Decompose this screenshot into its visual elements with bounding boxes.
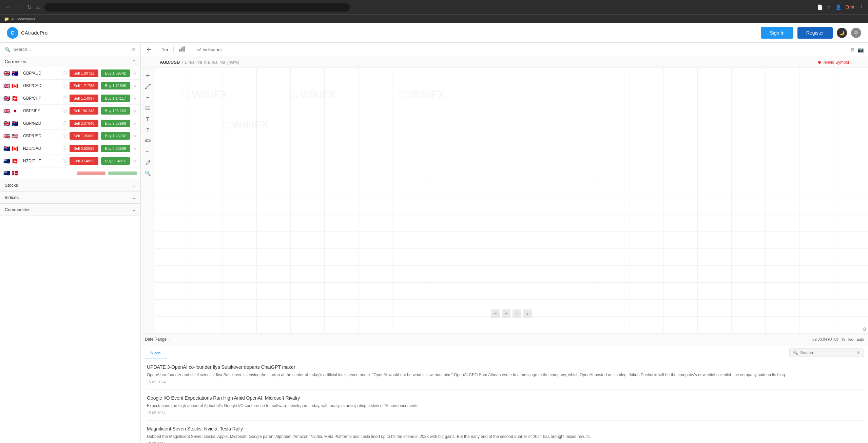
news-title-1[interactable]: UPDATE 3-OpenAI co-founder Ilya Sutskeve…	[147, 364, 862, 370]
news-tab[interactable]: News	[145, 347, 167, 359]
invalid-symbol-badge: Invalid Symbol	[818, 60, 849, 65]
measure-tool[interactable]	[143, 136, 153, 146]
svg-point-4	[145, 88, 147, 89]
star-icon-gbpcad[interactable]: ★	[133, 83, 137, 89]
buy-button-gbpchf[interactable]: Buy 1.14117	[101, 95, 130, 102]
settings-toggle-button[interactable]: ⚙	[851, 28, 861, 38]
news-title-3[interactable]: Magnificent Seven Stocks: Nvidia, Tesla …	[147, 426, 862, 431]
profile-icon[interactable]: 👤	[835, 4, 841, 10]
buy-button-gbpcad[interactable]: Buy 1.71808	[101, 82, 130, 89]
svg-rect-0	[179, 49, 180, 52]
indices-section-label: Indices	[5, 195, 132, 200]
zoom-in-button[interactable]: +	[502, 309, 510, 318]
info-icon-gbpnzd[interactable]: ⓘ	[63, 121, 67, 126]
sell-button-partial[interactable]	[77, 172, 105, 175]
info-icon-nzdcad[interactable]: ⓘ	[63, 146, 67, 152]
buy-button-partial[interactable]	[108, 172, 137, 175]
reload-button[interactable]: ↻	[26, 3, 33, 11]
timeframe-button[interactable]: 1m	[160, 46, 170, 53]
star-icon-nzdcad[interactable]: ★	[133, 145, 137, 152]
scroll-left-button[interactable]: ‹	[513, 309, 521, 318]
chart-symbol-name: AUD/USD	[160, 60, 180, 65]
horizontal-line-tool[interactable]: ━	[143, 92, 153, 102]
dark-mode-button[interactable]: 🌙	[837, 28, 847, 38]
flag-cad: 🇨🇦	[12, 83, 21, 89]
crosshair-tool-left[interactable]: ✛	[143, 71, 153, 81]
commodities-section-header[interactable]: Commodities ⌄	[0, 204, 140, 216]
menu-icon[interactable]: ⋮	[859, 4, 864, 11]
date-range-button[interactable]: Date Range ⌄	[145, 337, 171, 342]
buy-button-gbpaud[interactable]: Buy 1.89742	[101, 69, 130, 77]
buy-button-gbpusd[interactable]: Buy 1.26102	[101, 132, 130, 140]
info-icon-gbpusd[interactable]: ⓘ	[63, 133, 67, 139]
stocks-chevron-icon: ⌄	[132, 183, 136, 188]
back-arrow-tool[interactable]: ←	[143, 146, 153, 157]
star-icon-gbpchf[interactable]: ★	[133, 95, 137, 101]
news-title-2[interactable]: Google I/O Event Expectations Run High A…	[147, 395, 862, 401]
info-icon-gbpaud[interactable]: ⓘ	[63, 71, 67, 76]
chart-type-button[interactable]	[177, 45, 187, 54]
text-tool[interactable]: T	[143, 114, 153, 124]
buy-button-nzdchf[interactable]: Buy 0.54875	[101, 157, 130, 165]
zoom-out-button[interactable]: −	[491, 309, 500, 318]
chart-body: ✛ ━ T ←	[141, 68, 868, 333]
star-icon-gbpnzd[interactable]: ★	[133, 120, 137, 126]
sell-button-nzdcad[interactable]: Sell 0.82589	[70, 145, 98, 152]
pencil-tool[interactable]	[143, 157, 153, 167]
address-bar[interactable]: catradepro.com/trading/	[44, 3, 350, 12]
chart-corner-settings[interactable]: ⚙	[862, 326, 867, 332]
forward-button[interactable]: →	[15, 3, 23, 11]
sell-button-nzdchf[interactable]: Sell 0.54855	[70, 157, 98, 165]
app: C CAtradePro Sign In Register 🌙 ⚙ 🔍 ✕ Cu…	[0, 23, 868, 443]
info-icon-gbpjpy[interactable]: ⓘ	[63, 108, 67, 114]
close-search-icon[interactable]: ✕	[131, 46, 136, 53]
star-icon-gbpjpy[interactable]: ★	[133, 108, 137, 114]
search-input[interactable]	[13, 47, 129, 52]
sell-button-gbpcad[interactable]: Sell 1.71788	[70, 82, 98, 89]
back-button[interactable]: ←	[4, 3, 12, 11]
bookmarks-folder-icon: 📁	[4, 17, 9, 21]
indicators-button[interactable]: Indicators	[194, 46, 224, 53]
info-icon-gbpcad[interactable]: ⓘ	[63, 83, 67, 89]
chart-toolbar-right: ⚙ 📷	[850, 47, 864, 53]
flag-jpy: 🇯🇵	[12, 108, 21, 114]
star-icon-gbpaud[interactable]: ★	[133, 70, 137, 76]
sell-button-gbpusd[interactable]: Sell 1.26082	[70, 132, 98, 140]
screenshot-button[interactable]: 📷	[857, 47, 864, 53]
zoom-tool[interactable]: 🔍	[143, 168, 153, 178]
sell-button-gbpnzd[interactable]: Sell 2.07946	[70, 120, 98, 127]
commodities-chevron-icon: ⌄	[132, 207, 136, 212]
stocks-section-header[interactable]: Stocks ⌄	[0, 179, 140, 192]
fib-tool[interactable]	[143, 103, 153, 113]
currency-row-partial: 🇳🇿 🇩🇰	[0, 167, 140, 179]
date-range-label: Date Range	[145, 337, 167, 342]
trend-line-tool[interactable]	[143, 81, 153, 92]
buy-button-gbpjpy[interactable]: Buy 196.263	[101, 107, 130, 115]
buy-button-nzdcad[interactable]: Buy 0.82609	[101, 145, 130, 152]
indicators-label: Indicators	[202, 47, 221, 52]
chart-canvas[interactable]: WikiFX WikiFX WikiFX WikiFX − +	[155, 68, 868, 333]
info-icon-nzdchf[interactable]: ⓘ	[63, 158, 67, 164]
bookmark-icon[interactable]: ☆	[827, 4, 831, 10]
signin-button[interactable]: Sign In	[761, 27, 793, 39]
scroll-right-button[interactable]: ›	[523, 309, 532, 318]
currencies-section-label: Currencies	[5, 59, 132, 64]
home-button[interactable]: ⌂	[36, 3, 42, 11]
star-icon-gbpusd[interactable]: ★	[133, 133, 137, 139]
indices-section-header[interactable]: Indices ⌄	[0, 192, 140, 204]
sell-button-gbpjpy[interactable]: Sell 196.243	[70, 107, 98, 115]
crosshair-tool-button[interactable]: ✛	[145, 45, 153, 54]
buy-button-gbpnzd[interactable]: Buy 2.07966	[101, 120, 130, 127]
star-icon-nzdchf[interactable]: ★	[133, 158, 137, 164]
sell-button-gbpaud[interactable]: Sell 1.89722	[70, 69, 98, 77]
info-icon-gbpchf[interactable]: ⓘ	[63, 96, 67, 101]
pitchfork-tool[interactable]	[143, 125, 153, 135]
logo-area: C CAtradePro	[7, 27, 47, 39]
currencies-section-header[interactable]: Currencies ⌃	[0, 56, 140, 67]
register-button[interactable]: Register	[797, 27, 833, 39]
sell-button-gbpchf[interactable]: Sell 1.14097	[70, 95, 98, 102]
news-search-input[interactable]	[800, 350, 854, 355]
chart-settings-button[interactable]: ⚙	[850, 47, 855, 53]
pair-name-gbpusd: GBP/USD	[23, 134, 61, 138]
news-search-close-icon[interactable]: ✕	[856, 350, 860, 355]
